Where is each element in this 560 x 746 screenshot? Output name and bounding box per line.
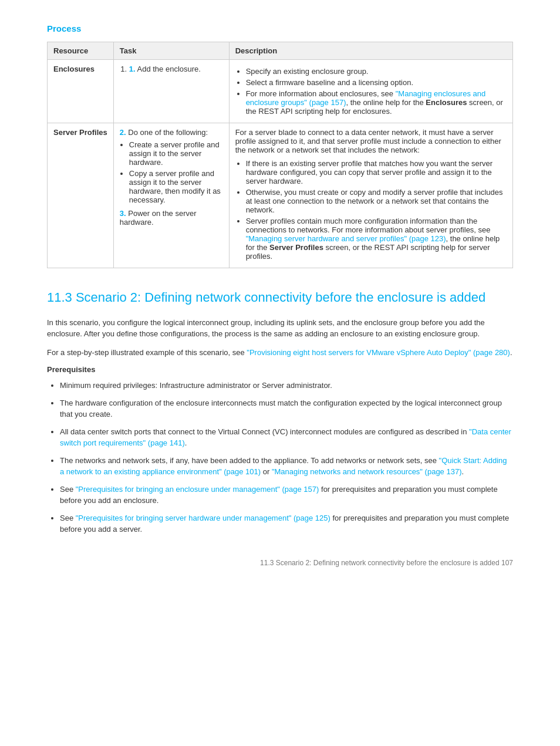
col-header-task: Task [113,42,229,60]
footer-text: 11.3 Scenario 2: Defining network connec… [260,559,513,567]
table-row-enclosures: Enclosures 1. Add the enclosure. Specify… [48,60,513,123]
list-item: See "Prerequisites for bringing an enclo… [60,484,513,507]
prereq-4-suffix: . [461,467,464,476]
list-item: The hardware configuration of the enclos… [60,397,513,420]
table-row-server-profiles: Server Profiles 2. Do one of the followi… [48,123,513,268]
process-heading: Process [47,23,513,33]
list-item: See "Prerequisites for bringing server h… [60,512,513,535]
task-enclosures: 1. Add the enclosure. [113,60,229,123]
scenario-heading: 11.3 Scenario 2: Defining network connec… [47,289,513,306]
link-managing-networks[interactable]: "Managing networks and network resources… [272,467,462,476]
link-managing-server-hardware[interactable]: "Managing server hardware and server pro… [246,234,446,243]
scenario-body2: For a step-by-step illustrated example o… [47,347,513,359]
page-footer: 11.3 Scenario 2: Defining network connec… [47,559,513,567]
prereq-4-prefix: The networks and network sets, if any, h… [60,456,439,465]
desc-server-profiles: For a server blade to connect to a data … [229,123,512,268]
list-item: Minimum required privileges: Infrastruct… [60,380,513,391]
prerequisites-list: Minimum required privileges: Infrastruct… [47,380,513,535]
prereq-2-text: The hardware configuration of the enclos… [60,399,502,419]
link-prereq-server[interactable]: "Prerequisites for bringing server hardw… [76,514,330,522]
scenario-body2-prefix: For a step-by-step illustrated example o… [47,348,247,357]
prereq-3-prefix: All data center switch ports that connec… [60,427,469,436]
prereq-1-text: Minimum required privileges: Infrastruct… [60,381,332,390]
col-header-resource: Resource [48,42,114,60]
prereq-4-mid: or [261,467,272,476]
prereq-5-prefix: See [60,485,76,494]
process-table: Resource Task Description Enclosures 1. … [47,42,513,268]
col-header-description: Description [229,42,512,60]
list-item: The networks and network sets, if any, h… [60,455,513,478]
list-item: All data center switch ports that connec… [60,426,513,449]
scenario-body2-suffix: . [510,348,512,357]
link-prereq-enclosure[interactable]: "Prerequisites for bringing an enclosure… [76,485,319,494]
prereq-3-suffix: . [185,438,187,447]
scenario-body1: In this scenario, you configure the logi… [47,317,513,340]
task-server-profiles: 2. Do one of the following: Create a ser… [113,123,229,268]
desc-enclosures: Specify an existing enclosure group. Sel… [229,60,512,123]
resource-enclosures: Enclosures [48,60,114,123]
resource-server-profiles: Server Profiles [48,123,114,268]
prerequisites-heading: Prerequisites [47,365,513,374]
link-provisioning-vsphere[interactable]: "Provisioning eight host servers for VMw… [247,348,510,357]
prereq-6-prefix: See [60,514,76,522]
